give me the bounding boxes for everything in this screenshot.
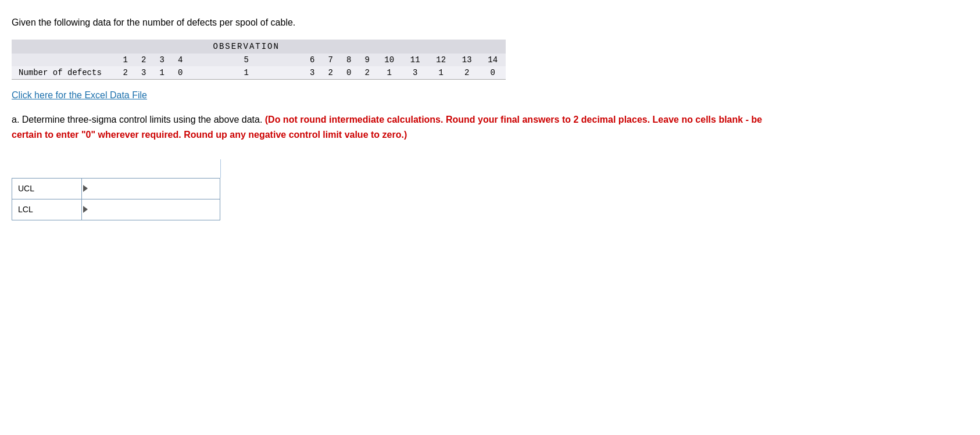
cell-11: 3 (402, 66, 428, 80)
cell-14: 0 (480, 66, 506, 80)
col-header-1: 1 (116, 54, 135, 66)
ucl-row: UCL (12, 178, 221, 199)
answer-table-container: UCL LCL (12, 159, 221, 220)
observation-header: OBSERVATION (189, 40, 303, 54)
question-prefix: a. Determine three-sigma control limits … (12, 115, 265, 124)
col-header-2: 2 (135, 54, 153, 66)
col-header-11: 11 (402, 54, 428, 66)
lcl-input-arrow (83, 206, 88, 213)
lcl-row: LCL (12, 199, 221, 220)
lcl-label: LCL (12, 199, 82, 220)
answer-table-header (12, 159, 220, 178)
lcl-input[interactable] (88, 205, 214, 214)
intro-text: Given the following data for the number … (12, 17, 968, 28)
cell-7: 2 (321, 66, 340, 80)
ucl-input-arrow (83, 185, 88, 192)
answer-table: UCL LCL (12, 159, 221, 220)
col-header-4: 4 (171, 54, 190, 66)
cell-6: 3 (303, 66, 321, 80)
cell-4: 0 (171, 66, 190, 80)
cell-12: 1 (428, 66, 454, 80)
data-table-container: OBSERVATION 1 2 3 4 5 6 7 8 9 10 11 12 1… (12, 40, 506, 80)
col-header-8: 8 (339, 54, 358, 66)
col-header-13: 13 (454, 54, 480, 66)
cell-2: 3 (135, 66, 153, 80)
cell-9: 2 (358, 66, 377, 80)
data-table: OBSERVATION 1 2 3 4 5 6 7 8 9 10 11 12 1… (12, 40, 506, 80)
row-label: Number of defects (12, 66, 116, 80)
ucl-input[interactable] (88, 184, 214, 193)
ucl-label: UCL (12, 178, 82, 199)
cell-13: 2 (454, 66, 480, 80)
lcl-input-cell[interactable] (82, 199, 220, 220)
col-header-6: 6 (303, 54, 321, 66)
cell-5: 1 (189, 66, 303, 80)
col-header-10: 10 (376, 54, 402, 66)
excel-data-link[interactable]: Click here for the Excel Data File (12, 90, 147, 101)
col-header-5: 5 (189, 54, 303, 66)
ucl-input-cell[interactable] (82, 178, 220, 199)
cell-1: 2 (116, 66, 135, 80)
col-header-7: 7 (321, 54, 340, 66)
col-header-9: 9 (358, 54, 377, 66)
col-header-14: 14 (480, 54, 506, 66)
question-text: a. Determine three-sigma control limits … (12, 112, 767, 142)
table-row: Number of defects 2 3 1 0 1 3 2 0 2 1 3 … (12, 66, 506, 80)
cell-3: 1 (153, 66, 171, 80)
col-header-12: 12 (428, 54, 454, 66)
cell-8: 0 (339, 66, 358, 80)
col-header-3: 3 (153, 54, 171, 66)
cell-10: 1 (376, 66, 402, 80)
